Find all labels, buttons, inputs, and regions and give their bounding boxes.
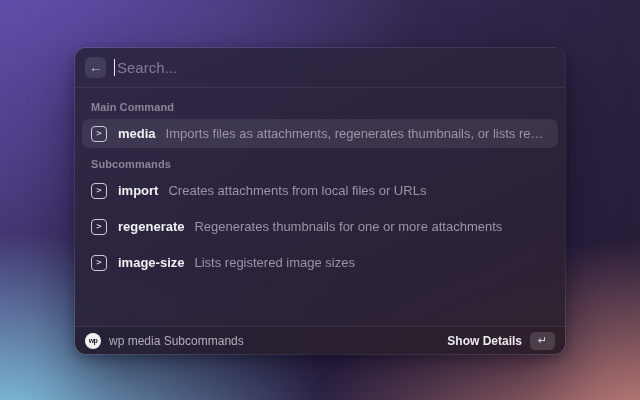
command-name: media [118, 126, 156, 141]
command-description: Regenerates thumbnails for one or more a… [194, 219, 502, 234]
command-row-media[interactable]: > media Imports files as attachments, re… [82, 119, 558, 148]
terminal-prompt-icon: > [91, 219, 107, 235]
command-name: regenerate [118, 219, 184, 234]
footer-breadcrumb: wp media Subcommands [109, 334, 244, 348]
back-arrow-icon: ← [89, 60, 102, 75]
wp-logo-text: wp [89, 337, 98, 344]
command-description: Lists registered image sizes [194, 255, 354, 270]
command-row-image-size[interactable]: > image-size Lists registered image size… [82, 248, 558, 277]
terminal-prompt-icon: > [91, 255, 107, 271]
footer-bar: wp wp media Subcommands Show Details ↵ [75, 326, 565, 354]
command-description: Creates attachments from local files or … [168, 183, 426, 198]
command-name: import [118, 183, 158, 198]
terminal-prompt-icon: > [91, 126, 107, 142]
section-title-main-command: Main Command [82, 94, 558, 119]
command-row-import[interactable]: > import Creates attachments from local … [82, 176, 558, 205]
return-key-icon: ↵ [530, 332, 555, 350]
back-button[interactable]: ← [85, 57, 106, 78]
search-input[interactable] [115, 59, 555, 76]
command-description: Imports files as attachments, regenerate… [166, 126, 549, 141]
search-bar: ← [75, 48, 565, 88]
show-details-label: Show Details [447, 334, 522, 348]
wp-cli-logo-icon: wp [85, 333, 101, 349]
desktop-background: { "win": { "search": { "placeholder": "S… [0, 0, 640, 400]
command-row-regenerate[interactable]: > regenerate Regenerates thumbnails for … [82, 212, 558, 241]
results-list: Main Command > media Imports files as at… [75, 88, 565, 326]
show-details-button[interactable]: Show Details ↵ [447, 332, 555, 350]
command-palette-window: ← Main Command > media Imports files as … [75, 48, 565, 354]
command-name: image-size [118, 255, 184, 270]
terminal-prompt-icon: > [91, 183, 107, 199]
section-title-subcommands: Subcommands [82, 151, 558, 176]
